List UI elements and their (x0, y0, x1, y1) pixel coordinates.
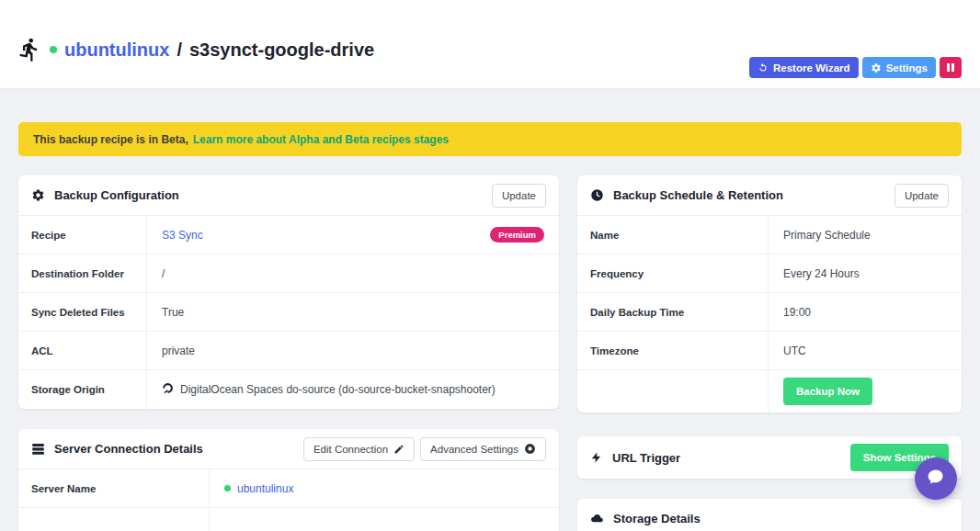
row-label: Frequency (577, 254, 769, 292)
storage-details-card: Storage Details (577, 499, 962, 531)
table-row: Name Primary Schedule (577, 216, 962, 254)
pause-button[interactable] (940, 57, 962, 78)
card-title: Backup Configuration (54, 188, 179, 202)
gear-icon (871, 62, 882, 73)
row-label: Destination Folder (18, 254, 147, 292)
pause-icon (946, 62, 955, 73)
row-label: Server Name (18, 469, 210, 507)
chat-icon (927, 468, 945, 490)
row-label (18, 508, 210, 531)
table-row: Destination Folder / (18, 254, 559, 293)
row-value-cell: DigitalOcean Spaces do-source (do-source… (147, 370, 559, 409)
card-header: Storage Details (577, 499, 962, 531)
main-content: Backup Configuration Update Recipe S3 Sy… (0, 175, 980, 531)
row-value-cell (210, 508, 559, 531)
breadcrumb: ubuntulinux / s3synct-google-drive (17, 37, 374, 62)
table-row: Frequency Every 24 Hours (577, 254, 962, 293)
url-trigger-card: URL Trigger Show Settings (577, 436, 962, 479)
edit-connection-label: Edit Connection (313, 444, 388, 455)
row-value-cell: Primary Schedule (769, 216, 962, 254)
row-label: ACL (18, 332, 147, 369)
chat-widget-button[interactable] (915, 458, 957, 500)
edit-connection-button[interactable]: Edit Connection (303, 437, 415, 461)
card-title: URL Trigger (612, 451, 680, 465)
table-row: Storage Origin DigitalOcean Spaces do-so… (18, 370, 559, 409)
row-label (577, 370, 769, 412)
card-title: Server Connection Details (54, 442, 203, 456)
table-row: Server Name ubuntulinux (18, 469, 559, 508)
breadcrumb-separator: / (177, 40, 182, 61)
row-label: Daily Backup Time (577, 293, 769, 331)
row-value: True (162, 306, 184, 319)
table-row (18, 508, 559, 531)
row-value-cell: True (147, 293, 559, 331)
server-connection-card: Server Connection Details Edit Connectio… (18, 429, 559, 531)
beta-banner: This backup recipe is in Beta, Learn mor… (18, 122, 962, 156)
backup-schedule-card: Backup Schedule & Retention Update Name … (577, 175, 962, 412)
advanced-settings-button[interactable]: Advanced Settings (420, 437, 546, 461)
server-name-link[interactable]: ubuntulinux (64, 40, 169, 61)
settings-label: Settings (886, 62, 928, 73)
row-value-cell: Every 24 Hours (769, 254, 962, 292)
advanced-settings-icon (524, 443, 536, 455)
row-label: Recipe (18, 216, 147, 254)
refresh-icon (758, 62, 769, 73)
cloud-icon (590, 512, 604, 525)
restore-wizard-label: Restore Wizard (773, 62, 850, 73)
gear-icon (31, 188, 45, 202)
card-title: Storage Details (613, 512, 701, 525)
row-value: DigitalOcean Spaces do-source (do-source… (180, 383, 496, 396)
row-value: UTC (783, 345, 806, 357)
update-button[interactable]: Update (492, 184, 546, 208)
row-value: / (162, 267, 165, 280)
header: ubuntulinux / s3synct-google-drive Resto… (0, 0, 980, 89)
digitalocean-icon (162, 382, 174, 397)
row-value-cell: Backup Now (769, 370, 962, 412)
row-label: Sync Deleted Files (18, 293, 147, 331)
runner-icon (17, 37, 42, 62)
beta-banner-link[interactable]: Learn more about Alpha and Beta recipes … (193, 133, 449, 146)
restore-wizard-button[interactable]: Restore Wizard (749, 57, 859, 78)
card-header: Backup Schedule & Retention Update (577, 175, 962, 216)
row-value-cell: private (147, 332, 559, 369)
page-title: s3synct-google-drive (189, 40, 374, 61)
row-value-cell: S3 Sync Premium (147, 216, 559, 254)
row-value-cell: ubuntulinux (210, 469, 559, 507)
card-title: Backup Schedule & Retention (613, 188, 783, 202)
right-column: Backup Schedule & Retention Update Name … (577, 175, 962, 531)
row-label: Name (577, 216, 769, 254)
table-row: Sync Deleted Files True (18, 293, 559, 332)
clock-icon (590, 188, 604, 202)
update-button[interactable]: Update (895, 184, 949, 208)
trigger-icon (590, 451, 603, 464)
premium-badge: Premium (490, 227, 544, 243)
edit-icon (393, 444, 405, 455)
backup-now-button[interactable]: Backup Now (783, 378, 872, 405)
table-row: Timezone UTC (577, 332, 962, 370)
left-column: Backup Configuration Update Recipe S3 Sy… (18, 175, 559, 531)
server-icon (31, 442, 45, 456)
row-label: Storage Origin (18, 370, 147, 409)
row-label: Timezone (577, 332, 769, 369)
server-name-value-link[interactable]: ubuntulinux (237, 482, 293, 495)
recipe-link[interactable]: S3 Sync (162, 229, 203, 242)
row-value-cell: / (147, 254, 559, 292)
row-value-cell: UTC (769, 332, 962, 369)
card-header: Server Connection Details Edit Connectio… (18, 429, 559, 469)
card-header: Backup Configuration Update (18, 175, 559, 216)
header-actions: Restore Wizard Settings (749, 57, 962, 78)
row-value: private (162, 345, 195, 357)
server-status-dot (50, 46, 57, 53)
row-value: Primary Schedule (783, 229, 871, 242)
settings-button[interactable]: Settings (862, 57, 936, 78)
beta-banner-text: This backup recipe is in Beta, (33, 133, 188, 146)
card-header: URL Trigger Show Settings (577, 436, 962, 479)
page: ubuntulinux / s3synct-google-drive Resto… (0, 0, 980, 531)
table-row: Daily Backup Time 19:00 (577, 293, 962, 332)
advanced-settings-label: Advanced Settings (430, 444, 518, 455)
row-value: 19:00 (783, 306, 811, 319)
table-row: Backup Now (577, 370, 962, 412)
server-status-dot (224, 485, 231, 491)
backup-configuration-card: Backup Configuration Update Recipe S3 Sy… (18, 175, 559, 409)
row-value: Every 24 Hours (783, 267, 860, 280)
